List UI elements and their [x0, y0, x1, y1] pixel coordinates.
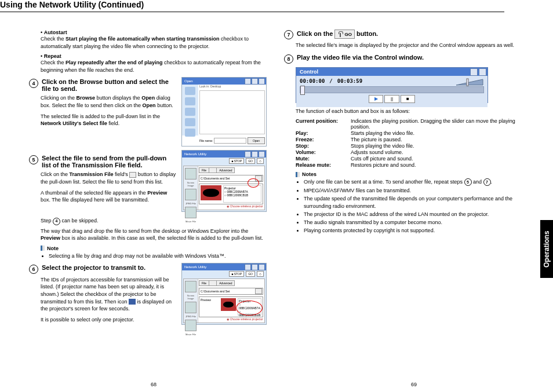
autostart-title: Autostart [44, 30, 67, 35]
svg-rect-1 [467, 79, 468, 86]
position-slider[interactable] [300, 86, 484, 93]
step-8-icon: 8 [284, 54, 293, 64]
note-1-list: Selecting a file by drag and drop may no… [39, 252, 267, 259]
step-5-p3: The way that drag and drop the file to s… [41, 228, 267, 242]
network-utility-screenshot-2: Network Utility ■ STOPGO◇ Screen Image J… [181, 263, 267, 325]
volume-icon[interactable] [455, 78, 484, 86]
step-7-p1: The selected file's image is displayed b… [296, 42, 522, 49]
stop-button[interactable]: ■ [401, 95, 415, 103]
autostart-text: Check the Start playing the file automat… [41, 35, 267, 50]
page-number-right: 69 [411, 382, 417, 387]
note-icon [41, 246, 45, 251]
go-button[interactable]: GO [334, 30, 354, 39]
antenna-icon [337, 31, 343, 37]
step-4-icon: 4 [29, 79, 38, 88]
step-7-title: Click on the GO button. [297, 30, 378, 39]
note-heading: Note [47, 246, 59, 251]
total-time: 00:03:59 [337, 78, 362, 84]
notes-heading: Notes [302, 171, 316, 177]
minimize-icon[interactable] [470, 68, 478, 76]
current-time: 00:00:00 [300, 78, 325, 84]
close-icon[interactable] [479, 68, 486, 76]
left-column: • Autostart Check the Start playing the … [29, 30, 267, 328]
play-button[interactable]: ▶ [369, 95, 383, 103]
note-icon [296, 172, 300, 177]
step-6-title: Select the projector to transmit to. [42, 264, 145, 271]
repeat-text: Check the Play repeatedly after the end … [41, 59, 267, 74]
step-7-icon: 7 [284, 30, 293, 39]
side-tab-operations: Operations [540, 220, 553, 278]
network-utility-screenshot-1: Network Utility ■ STOPGO◇ Screen Image J… [181, 150, 267, 212]
step-6-icon: 6 [29, 265, 38, 274]
step-4-title: Click on the Browse button and select th… [42, 78, 177, 92]
definitions: Current position:Indicates the playing p… [296, 118, 522, 168]
step-5-skip: Step 4 can be skipped. [41, 217, 267, 225]
page-number-left: 68 [151, 382, 157, 387]
step-8-title: Play the video file via the Control wind… [297, 54, 424, 61]
repeat-title: Repeat [44, 53, 61, 59]
svg-marker-0 [456, 79, 483, 85]
function-intro: The function of each button and box is a… [296, 108, 522, 115]
step-5-title: Select the file to send from the pull-do… [42, 155, 177, 168]
notes-2-list: Only one file can be sent at a time. To … [294, 178, 522, 234]
right-column: 7 Click on the GO button. The selected f… [284, 30, 522, 328]
control-window: Control 00:00:00 / 00:03:59 ▶ || ■ [296, 67, 488, 103]
page-header: Using the Network Utility (Continued) [0, 0, 504, 12]
pause-button[interactable]: || [384, 95, 399, 103]
open-dialog-screenshot: Open Look in: Desktop File name:Open [181, 77, 267, 146]
step-5-icon: 5 [29, 155, 38, 164]
dlg-open-button[interactable]: Open [248, 137, 265, 144]
